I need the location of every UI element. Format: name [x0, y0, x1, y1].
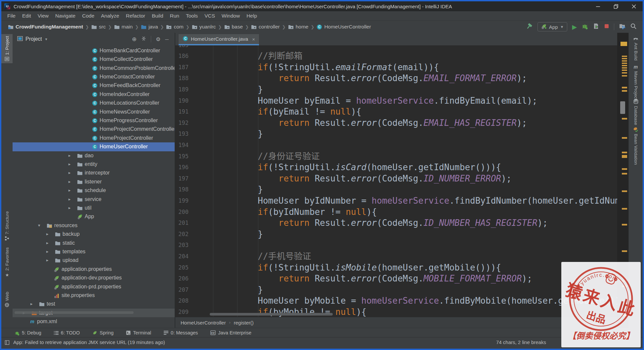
menu-view[interactable]: View — [34, 13, 52, 19]
tree-row[interactable]: CHomeProjectCommentController — [13, 125, 175, 133]
menu-refactor[interactable]: Refactor — [122, 13, 149, 19]
menu-analyze[interactable]: Analyze — [98, 13, 122, 19]
sidebar-item-bean-validation[interactable]: Bean Validation — [629, 127, 643, 165]
breadcrumb-item-yuanlrc[interactable]: yuanlrc — [192, 24, 216, 30]
menu-file[interactable]: File — [4, 13, 19, 19]
tree-row[interactable]: ▸util — [13, 204, 175, 212]
tree-row[interactable]: ▸interceptor — [13, 169, 175, 177]
tree-row[interactable]: ▸upload — [13, 256, 175, 265]
tree-expand-arrow-icon[interactable]: ▸ — [30, 300, 33, 308]
toolwindow-button-5-debug[interactable]: 5: Debug — [15, 330, 41, 335]
breadcrumb-item-java[interactable]: java — [141, 24, 158, 30]
tree-expand-arrow-icon[interactable]: ▸ — [68, 169, 71, 177]
sidebar-item-1-project[interactable]: 1: Project — [1, 34, 13, 63]
tree-row[interactable]: CHomeNewsController — [13, 108, 175, 116]
menu-run[interactable]: Run — [167, 13, 183, 19]
tree-row[interactable]: CHomeFeedBackController — [13, 81, 175, 90]
tree-row[interactable]: CHomeProjectController — [13, 134, 175, 142]
sidebar-item-2-favorites[interactable]: 2: Favorites★ — [1, 245, 13, 279]
menu-build[interactable]: Build — [149, 13, 166, 19]
tree-row[interactable]: ▸templates — [13, 247, 175, 256]
tree-expand-arrow-icon[interactable]: ▸ — [68, 160, 71, 169]
build-hammer-icon[interactable] — [526, 23, 533, 31]
tree-row[interactable]: ▾resources — [13, 221, 175, 230]
tree-expand-arrow-icon[interactable]: ▸ — [46, 239, 49, 247]
tree-expand-arrow-icon[interactable]: ▸ — [46, 230, 49, 238]
run-with-coverage-button[interactable] — [593, 23, 599, 31]
tree-row[interactable]: site.properties — [13, 291, 175, 300]
tree-row[interactable]: CHomeLocationsController — [13, 99, 175, 107]
tree-row[interactable]: ▸listener — [13, 177, 175, 186]
tree-expand-arrow-icon[interactable]: ▸ — [68, 186, 71, 195]
breadcrumb-item-com[interactable]: com — [166, 24, 183, 30]
sidebar-item-7-structure[interactable]: 7: Structure — [1, 209, 13, 243]
sidebar-item-database[interactable]: Database — [629, 99, 643, 125]
locate-file-icon[interactable]: ⊕ — [132, 36, 137, 43]
tree-row[interactable]: CHomeContactController — [13, 73, 175, 81]
menu-vcs[interactable]: VCS — [201, 13, 218, 19]
breadcrumb-item-base[interactable]: base — [224, 24, 243, 30]
tree-expand-arrow-icon[interactable]: ▸ — [68, 177, 71, 186]
tree-row[interactable]: CHomeCommonProblemController — [13, 64, 175, 73]
tree-row[interactable]: application-prd.properties — [13, 282, 175, 291]
tree-row[interactable]: application-dev.properties — [13, 274, 175, 282]
menu-edit[interactable]: Edit — [19, 13, 34, 19]
breadcrumb-item-controller[interactable]: controller — [251, 24, 280, 30]
tree-expand-arrow-icon[interactable]: ▸ — [46, 247, 49, 256]
collapse-all-icon[interactable] — [141, 36, 146, 42]
tree-row[interactable]: ▸entity — [13, 160, 175, 169]
close-button[interactable] — [625, 1, 643, 11]
settings-gear-icon[interactable]: ⚙ — [156, 36, 160, 42]
stop-button[interactable] — [604, 24, 609, 30]
toolwindow-button-0-messages[interactable]: 0: Messages — [164, 330, 198, 335]
tab-close-icon[interactable]: × — [252, 36, 255, 42]
menu-window[interactable]: Window — [218, 13, 243, 19]
tree-row[interactable]: ▸service — [13, 195, 175, 204]
editor-hscrollbar[interactable] — [210, 313, 333, 316]
debug-button[interactable] — [581, 23, 588, 31]
tree-row[interactable]: ▸test — [13, 300, 175, 308]
tab-homeusercontroller[interactable]: C HomeUserController.java × — [179, 34, 259, 45]
restore-button[interactable] — [607, 1, 625, 11]
tool-window-switcher-icon[interactable] — [5, 340, 10, 346]
tree-expand-arrow-icon[interactable]: ▸ — [68, 195, 71, 204]
search-everywhere-icon[interactable] — [630, 23, 637, 31]
breadcrumb-method[interactable]: register() — [234, 320, 254, 325]
menu-navigate[interactable]: Navigate — [52, 13, 79, 19]
tree-row[interactable]: mpom.xml — [13, 317, 175, 326]
sidebar-item-maven-projects[interactable]: mMaven Projects — [629, 65, 643, 102]
toolwindow-button-java-enterprise[interactable]: EEJava Enterprise — [210, 330, 251, 335]
tree-expand-arrow-icon[interactable]: ▸ — [68, 204, 71, 212]
run-button[interactable]: ▶ — [572, 23, 577, 31]
breadcrumb-item-src[interactable]: src — [91, 24, 106, 30]
sidebar-item-ant-build[interactable]: Ant Build — [629, 36, 643, 61]
sidebar-item-web[interactable]: Web — [1, 290, 13, 309]
status-message[interactable]: App: Failed to retrieve application JMX … — [13, 337, 165, 347]
tree-row[interactable]: ▸backup — [13, 230, 175, 238]
breadcrumb-item-crowdfundingmanagement[interactable]: CrowdFundingManagement — [8, 24, 83, 30]
breadcrumb-item-home[interactable]: home — [288, 24, 309, 30]
menu-help[interactable]: Help — [243, 13, 260, 19]
toolwindow-button-spring[interactable]: Spring — [92, 330, 113, 335]
toolwindow-button-6-todo[interactable]: 6: TODO — [54, 330, 80, 335]
hide-panel-icon[interactable]: ─ — [165, 36, 169, 42]
breadcrumb-item-homeusercontroller[interactable]: CHomeUserController — [317, 24, 371, 30]
tree-expand-arrow-icon[interactable]: ▸ — [46, 256, 49, 265]
project-structure-icon[interactable] — [619, 23, 625, 31]
menu-code[interactable]: Code — [79, 13, 98, 19]
breadcrumb-item-main[interactable]: main — [114, 24, 133, 30]
tree-collapse-arrow-icon[interactable]: ▾ — [38, 221, 40, 230]
project-panel-title[interactable]: Project — [25, 36, 42, 42]
chevron-down-icon[interactable]: ▼ — [45, 37, 48, 41]
tree-row[interactable]: CHomeCollectController — [13, 55, 175, 64]
scrollbar-thumb[interactable] — [620, 101, 625, 114]
menu-tools[interactable]: Tools — [183, 13, 201, 19]
tree-row[interactable]: application.properties — [13, 265, 175, 274]
breadcrumb-class[interactable]: HomeUserController — [181, 320, 226, 325]
tree-row[interactable]: ▸dao — [13, 151, 175, 160]
tree-expand-arrow-icon[interactable]: ▸ — [68, 151, 71, 160]
project-tree-hscrollbar[interactable] — [15, 311, 134, 314]
tree-row[interactable]: ▸schedule — [13, 186, 175, 195]
tree-row[interactable]: CHomeUserController — [13, 142, 175, 151]
tree-row[interactable]: CHomeBankCardController — [13, 46, 175, 55]
